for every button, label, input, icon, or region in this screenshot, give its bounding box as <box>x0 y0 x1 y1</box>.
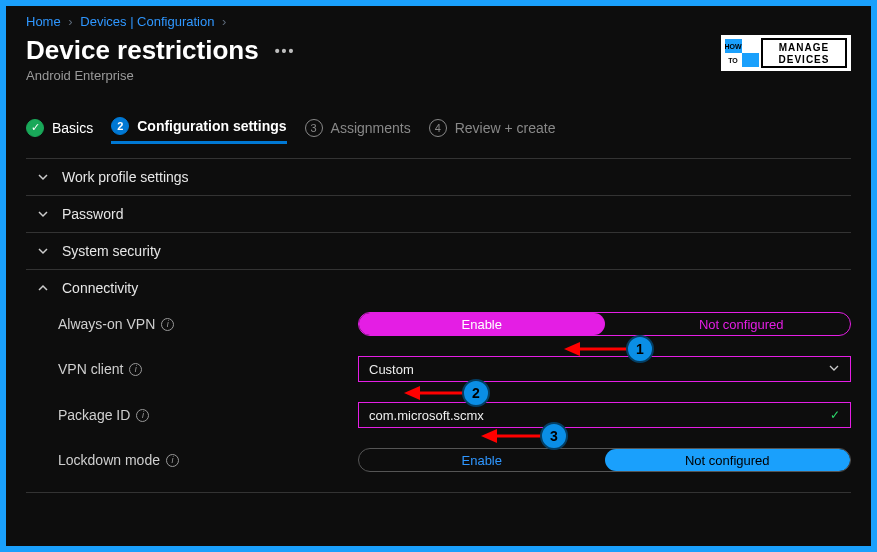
field-label: Lockdown mode <box>58 452 358 468</box>
chevron-right-icon: › <box>64 14 76 29</box>
info-icon[interactable] <box>166 454 179 467</box>
label-text: Lockdown mode <box>58 452 160 468</box>
check-icon <box>26 119 44 137</box>
info-icon[interactable] <box>129 363 142 376</box>
toggle-option-not-configured[interactable]: Not configured <box>605 449 851 471</box>
annotation-arrow-3 <box>481 426 547 446</box>
annotation-badge-1: 1 <box>626 335 654 363</box>
label-text: VPN client <box>58 361 123 377</box>
svg-text:MANAGE: MANAGE <box>779 42 829 53</box>
field-label: VPN client <box>58 361 358 377</box>
breadcrumb: Home › Devices | Configuration › <box>26 12 851 35</box>
step-label: Configuration settings <box>137 118 286 134</box>
section-title: Password <box>62 206 123 222</box>
step-number-icon: 4 <box>429 119 447 137</box>
svg-marker-14 <box>481 429 497 443</box>
section-header[interactable]: System security <box>26 243 851 259</box>
section-work-profile: Work profile settings <box>26 158 851 196</box>
step-configuration-settings[interactable]: 2 Configuration settings <box>111 111 286 144</box>
step-number-icon: 2 <box>111 117 129 135</box>
svg-rect-3 <box>742 53 759 67</box>
chevron-down-icon <box>36 170 50 184</box>
info-icon[interactable] <box>136 409 149 422</box>
svg-rect-1 <box>742 39 759 53</box>
annotation-arrow-2 <box>404 383 470 403</box>
field-label: Always-on VPN <box>58 316 358 332</box>
page-subtitle: Android Enterprise <box>26 68 295 83</box>
step-label: Assignments <box>331 120 411 136</box>
content: Home › Devices | Configuration › Device … <box>6 6 871 503</box>
section-system-security: System security <box>26 233 851 270</box>
toggle-option-not-configured[interactable]: Not configured <box>619 313 852 335</box>
title-bar: Device restrictions ••• Android Enterpri… <box>26 35 851 83</box>
more-icon[interactable]: ••• <box>275 43 296 59</box>
vpn-client-select[interactable]: Custom <box>358 356 851 382</box>
breadcrumb-home[interactable]: Home <box>26 14 61 29</box>
section-header[interactable]: Password <box>26 206 851 222</box>
input-value: com.microsoft.scmx <box>369 408 484 423</box>
info-icon[interactable] <box>161 318 174 331</box>
chevron-right-icon: › <box>218 14 230 29</box>
section-title: Connectivity <box>62 280 138 296</box>
section-title: System security <box>62 243 161 259</box>
annotation-arrow-1 <box>564 339 634 359</box>
toggle-option-enable[interactable]: Enable <box>359 449 605 471</box>
page-title-row: Device restrictions ••• <box>26 35 295 66</box>
window: Home › Devices | Configuration › Device … <box>6 6 871 546</box>
svg-marker-12 <box>404 386 420 400</box>
lockdown-mode-toggle[interactable]: Enable Not configured <box>358 448 851 472</box>
section-header[interactable]: Connectivity <box>26 280 851 296</box>
annotation-badge-2: 2 <box>462 379 490 407</box>
field-lockdown-mode: Lockdown mode Enable Not configured <box>26 438 851 482</box>
chevron-down-icon <box>36 207 50 221</box>
check-icon: ✓ <box>830 408 840 422</box>
breadcrumb-devices[interactable]: Devices | Configuration <box>80 14 214 29</box>
svg-text:HOW: HOW <box>725 43 742 50</box>
step-label: Review + create <box>455 120 556 136</box>
step-label: Basics <box>52 120 93 136</box>
step-basics[interactable]: Basics <box>26 111 93 144</box>
section-password: Password <box>26 196 851 233</box>
label-text: Always-on VPN <box>58 316 155 332</box>
chevron-down-icon <box>36 244 50 258</box>
sections: Work profile settings Password System se… <box>26 158 851 493</box>
section-connectivity: Connectivity Always-on VPN Enable Not co… <box>26 270 851 493</box>
svg-text:DEVICES: DEVICES <box>779 54 830 65</box>
select-value: Custom <box>369 362 414 377</box>
step-number-icon: 3 <box>305 119 323 137</box>
step-assignments[interactable]: 3 Assignments <box>305 111 411 144</box>
brand-logo: HOW TO MANAGE DEVICES <box>721 35 851 71</box>
toggle-option-enable[interactable]: Enable <box>359 313 605 335</box>
always-on-vpn-toggle[interactable]: Enable Not configured <box>358 312 851 336</box>
svg-text:TO: TO <box>728 57 738 64</box>
section-header[interactable]: Work profile settings <box>26 169 851 185</box>
label-text: Package ID <box>58 407 130 423</box>
package-id-input[interactable]: com.microsoft.scmx ✓ <box>358 402 851 428</box>
field-always-on-vpn: Always-on VPN Enable Not configured <box>26 302 851 346</box>
field-label: Package ID <box>58 407 358 423</box>
section-title: Work profile settings <box>62 169 189 185</box>
wizard-steps: Basics 2 Configuration settings 3 Assign… <box>26 107 851 148</box>
svg-marker-10 <box>564 342 580 356</box>
chevron-down-icon <box>828 362 840 377</box>
annotation-badge-3: 3 <box>540 422 568 450</box>
step-review-create[interactable]: 4 Review + create <box>429 111 556 144</box>
page-title: Device restrictions <box>26 35 259 66</box>
chevron-up-icon <box>36 281 50 295</box>
